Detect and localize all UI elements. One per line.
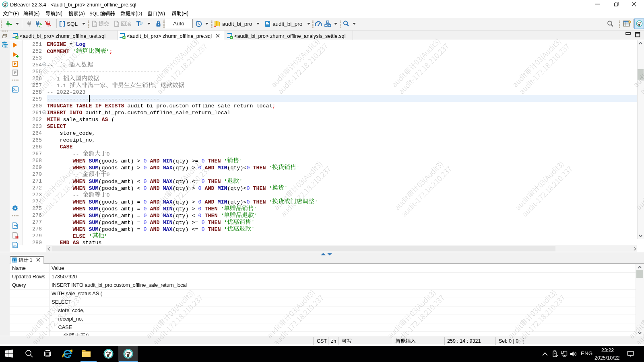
- svg-text:(x): (x): [13, 245, 17, 248]
